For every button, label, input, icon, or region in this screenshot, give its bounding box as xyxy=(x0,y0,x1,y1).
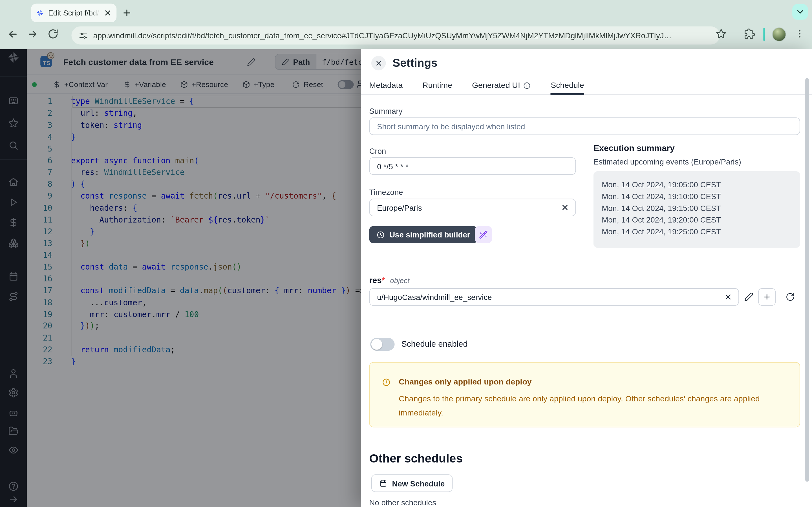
warning-title: Changes only applied upon deploy xyxy=(399,377,531,386)
back-icon[interactable] xyxy=(7,29,18,40)
close-settings-button[interactable] xyxy=(371,56,386,70)
timezone-input[interactable] xyxy=(376,203,561,212)
profile-avatar[interactable] xyxy=(772,27,786,41)
timezone-input-wrap xyxy=(369,199,576,216)
new-schedule-button[interactable]: New Schedule xyxy=(371,474,453,492)
browser-chrome: Edit Script f/bd/fetch_custom xyxy=(0,0,812,49)
browser-menu-icon[interactable] xyxy=(795,29,806,40)
cron-label: Cron xyxy=(369,147,386,155)
panel-scrollbar[interactable] xyxy=(805,78,809,482)
tab-close-icon[interactable] xyxy=(103,9,112,17)
chevron-down-button[interactable] xyxy=(792,4,808,20)
new-tab-button[interactable] xyxy=(121,7,133,19)
resource-arg-type: object xyxy=(390,276,410,284)
execution-summary-subtitle: Estimated upcoming events (Europe/Paris) xyxy=(594,157,741,166)
drawer-overlay[interactable] xyxy=(0,49,361,507)
summary-input-wrap xyxy=(369,117,800,135)
forward-icon[interactable] xyxy=(27,29,38,40)
other-schedules-heading: Other schedules xyxy=(369,452,463,466)
event-item: Mon, 14 Oct 2024, 19:05:00 CEST xyxy=(602,179,800,191)
screen: Edit Script f/bd/fetch_custom xyxy=(0,0,812,507)
settings-tabs: Metadata Runtime Generated UI Schedule xyxy=(361,76,812,95)
extensions-icon[interactable] xyxy=(744,29,755,40)
schedule-enabled-toggle[interactable] xyxy=(370,338,395,351)
browser-toolbar: app.windmill.dev/scripts/edit/f/bd/fetch… xyxy=(0,22,812,49)
upcoming-events-box: Mon, 14 Oct 2024, 19:05:00 CEST Mon, 14 … xyxy=(594,171,800,248)
browser-tab[interactable]: Edit Script f/bd/fetch_custom xyxy=(31,4,116,22)
tab-metadata[interactable]: Metadata xyxy=(369,76,403,94)
info-icon xyxy=(523,81,531,89)
tab-schedule[interactable]: Schedule xyxy=(551,76,584,94)
warning-body: Changes to the primary schedule are only… xyxy=(399,392,781,419)
settings-title: Settings xyxy=(393,56,437,70)
timezone-label: Timezone xyxy=(369,188,403,196)
tab-title: Edit Script f/bd/fetch_custom xyxy=(48,9,100,17)
clear-timezone-icon[interactable] xyxy=(561,203,569,212)
ai-cron-button[interactable] xyxy=(475,226,492,243)
clock-icon xyxy=(376,230,385,238)
windmill-favicon-icon xyxy=(36,9,44,17)
refresh-resource-icon[interactable] xyxy=(785,292,795,302)
event-item: Mon, 14 Oct 2024, 19:15:00 CEST xyxy=(602,203,800,214)
use-simplified-builder-button[interactable]: Use simplified builder xyxy=(369,226,477,243)
schedule-enabled-label: Schedule enabled xyxy=(401,339,467,349)
event-item: Mon, 14 Oct 2024, 19:20:00 CEST xyxy=(602,214,800,226)
alert-circle-icon xyxy=(382,378,391,386)
resource-input[interactable] xyxy=(376,292,724,302)
edit-resource-icon[interactable] xyxy=(744,292,753,302)
deploy-warning-box: Changes only applied upon deploy Changes… xyxy=(369,362,800,427)
calendar-icon xyxy=(379,479,387,487)
url-bar[interactable]: app.windmill.dev/scripts/edit/f/bd/fetch… xyxy=(71,26,720,45)
cron-input-wrap xyxy=(369,157,576,175)
add-resource-button[interactable] xyxy=(758,288,776,305)
plus-icon xyxy=(763,293,771,301)
site-settings-icon[interactable] xyxy=(79,31,88,40)
summary-label: Summary xyxy=(369,107,403,115)
url-text: app.windmill.dev/scripts/edit/f/bd/fetch… xyxy=(93,31,672,40)
tab-group-separator xyxy=(763,28,765,41)
tab-generated-ui[interactable]: Generated UI xyxy=(472,76,531,94)
execution-summary-title: Execution summary xyxy=(594,144,675,153)
required-asterisk: * xyxy=(382,276,385,284)
settings-drawer: Settings Metadata Runtime Generated UI S… xyxy=(361,49,812,507)
clear-resource-icon[interactable] xyxy=(724,293,732,301)
cron-input[interactable] xyxy=(376,161,569,171)
resource-arg-header: res* object xyxy=(369,276,410,285)
bookmark-star-icon[interactable] xyxy=(716,29,727,40)
summary-input[interactable] xyxy=(376,121,793,131)
magic-wand-icon xyxy=(479,230,488,239)
no-other-schedules-text: No other schedules xyxy=(369,498,436,507)
event-item: Mon, 14 Oct 2024, 19:10:00 CEST xyxy=(602,191,800,203)
close-icon xyxy=(375,59,383,67)
event-item: Mon, 14 Oct 2024, 19:25:00 CEST xyxy=(602,226,800,238)
tab-runtime[interactable]: Runtime xyxy=(422,76,452,94)
resource-input-wrap xyxy=(369,288,739,305)
reload-icon[interactable] xyxy=(48,29,59,40)
